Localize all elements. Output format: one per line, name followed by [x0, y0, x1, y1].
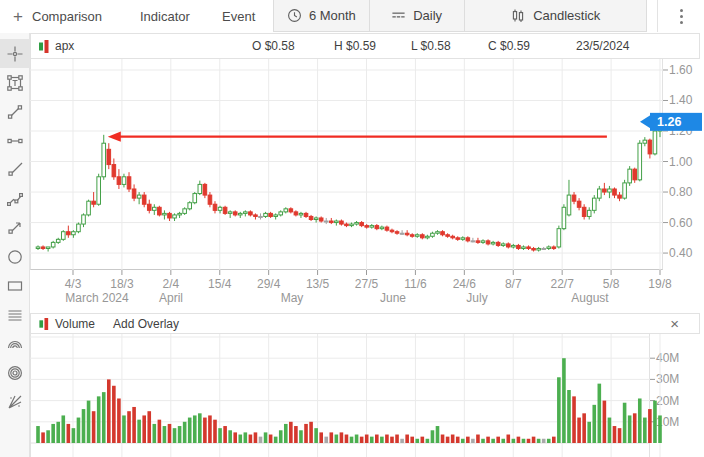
candlestick-icon [510, 8, 526, 24]
event-button[interactable]: Event [222, 0, 255, 33]
plus-icon: + [13, 0, 23, 33]
price-panel-header: apx O $0.58 H $0.59 L $0.58 C $0.59 23/5… [30, 33, 700, 59]
volume-axis-label: 30M [656, 372, 679, 386]
date-axis-label: 19/8 [648, 277, 671, 291]
fib-arcs-icon [6, 335, 24, 353]
price-axis-label: 0.80 [669, 185, 692, 199]
ohlc-date: 23/5/2024 [576, 34, 629, 58]
price-axis-label: 1.00 [669, 155, 692, 169]
tool-fib-circles[interactable] [0, 358, 30, 387]
series-icon [39, 40, 49, 53]
ohlc-low: L $0.58 [411, 34, 451, 58]
polyline-icon [6, 190, 24, 208]
date-axis-label: 8/7 [505, 277, 522, 291]
month-axis-label: May [281, 291, 304, 305]
price-axis-label: 0.60 [669, 216, 692, 230]
toolbar: + Comparison Indicator Event 6 Month Dai… [0, 0, 704, 33]
ohlc-open: O $0.58 [252, 34, 295, 58]
kebab-icon [679, 8, 684, 25]
tool-arrow[interactable] [0, 213, 30, 242]
parallel-lines-icon [6, 306, 24, 324]
drawing-tools-sidebar [0, 33, 30, 457]
volume-series-icon [39, 318, 49, 330]
month-axis-label: July [466, 291, 487, 305]
tool-trend-line[interactable] [0, 97, 30, 126]
volume-chart-area[interactable] [30, 334, 650, 457]
clock-icon [287, 8, 302, 23]
tool-parallel-lines[interactable] [0, 300, 30, 329]
tool-ellipse[interactable] [0, 242, 30, 271]
close-volume-button[interactable]: × [670, 314, 679, 333]
date-axis-label: 29/4 [257, 277, 280, 291]
interval-label: Daily [413, 8, 442, 23]
tool-text[interactable] [0, 68, 30, 97]
more-menu-button[interactable] [668, 0, 694, 32]
range-button[interactable]: 6 Month [274, 0, 369, 31]
trend-line-icon [6, 103, 24, 121]
tool-crosshair[interactable] [0, 39, 30, 68]
date-axis-label: 18/3 [110, 277, 133, 291]
ohlc-close: C $0.59 [488, 34, 530, 58]
date-axis-label: 24/6 [453, 277, 476, 291]
volume-bar [658, 415, 662, 443]
month-axis-label: March 2024 [65, 291, 128, 305]
price-axis-label: 1.20 [669, 124, 692, 138]
tool-polyline[interactable] [0, 184, 30, 213]
price-axis-label: 1.60 [669, 63, 692, 77]
toolbar-divider [657, 0, 658, 32]
chart-settings-group: 6 Month Daily Candlestick [273, 0, 647, 32]
ray-icon [6, 161, 24, 179]
interval-button[interactable]: Daily [370, 0, 464, 31]
add-overlay-button[interactable]: Add Overlay [113, 314, 179, 333]
volume-title-row: Volume [39, 314, 95, 333]
symbol-label: apx [55, 39, 74, 53]
fib-circles-icon [6, 364, 24, 382]
date-axis-label: 11/6 [404, 277, 426, 291]
text-tool-icon [6, 74, 24, 92]
volume-axis-label: 10M [656, 415, 679, 429]
price-axis-label: 1.40 [669, 93, 692, 107]
date-axis-label: 2/4 [162, 277, 179, 291]
gann-fan-icon [6, 393, 24, 411]
chart-type-button[interactable]: Candlestick [465, 0, 647, 31]
ellipse-icon [6, 248, 24, 266]
date-axis-label: 27/5 [355, 277, 378, 291]
month-axis-label: April [159, 291, 183, 305]
price-axis-label: 0.40 [669, 246, 692, 260]
interval-icon [391, 8, 406, 23]
volume-axis-label: 40M [656, 351, 679, 365]
range-label: 6 Month [309, 8, 356, 23]
volume-bar [653, 401, 657, 443]
volume-panel-header: Volume Add Overlay × [30, 313, 700, 334]
comparison-button[interactable]: Comparison [32, 0, 102, 33]
crosshair-icon [6, 45, 24, 63]
month-axis-label: August [571, 291, 608, 305]
date-axis-label: 15/4 [208, 277, 231, 291]
date-axis-label: 13/5 [306, 277, 329, 291]
rectangle-icon [6, 277, 24, 295]
chart-type-label: Candlestick [533, 8, 600, 23]
date-axis-label: 22/7 [550, 277, 573, 291]
symbol-row: apx [39, 34, 74, 58]
volume-title: Volume [55, 317, 95, 331]
arrow-tool-icon [6, 219, 24, 237]
date-axis-label: 4/3 [65, 277, 82, 291]
price-chart-area[interactable] [30, 59, 663, 270]
volume-axis-label: 20M [656, 394, 679, 408]
ohlc-high: H $0.59 [334, 34, 376, 58]
tool-gann-fan[interactable] [0, 387, 30, 416]
tool-ray[interactable] [0, 155, 30, 184]
tool-rectangle[interactable] [0, 271, 30, 300]
indicator-button[interactable]: Indicator [140, 0, 190, 33]
stock-chart-app: + Comparison Indicator Event 6 Month Dai… [0, 0, 704, 457]
date-axis-label: 5/8 [603, 277, 620, 291]
month-axis-label: June [380, 291, 406, 305]
tool-horizontal-line[interactable] [0, 126, 30, 155]
tool-fib-arcs[interactable] [0, 329, 30, 358]
horizontal-line-icon [6, 132, 24, 150]
